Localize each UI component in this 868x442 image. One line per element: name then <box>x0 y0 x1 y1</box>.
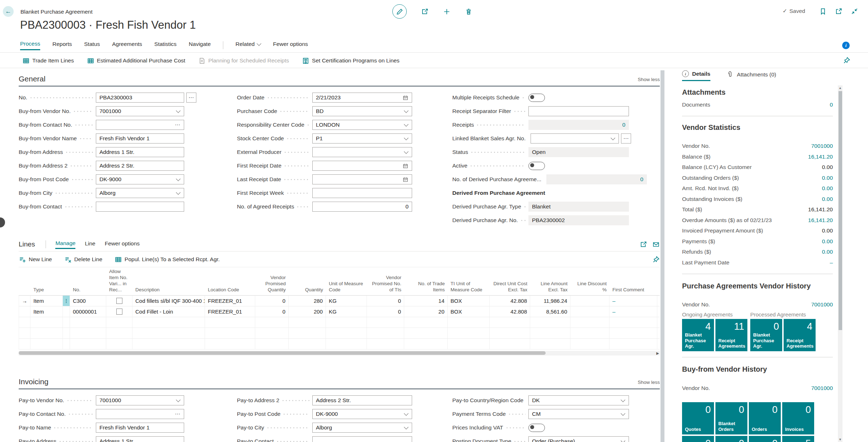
calendar-icon[interactable] <box>400 177 409 183</box>
column-header-type[interactable]: Type <box>31 286 63 295</box>
chevron-down-icon[interactable] <box>621 398 625 402</box>
table-row[interactable]: Item00000001Cod Fillet - LoinFREEZER_010… <box>19 306 660 317</box>
cell-no_of_trade_items[interactable]: 20 <box>404 306 448 317</box>
tile-blanket-purchase-agr[interactable]: 4Blanket Purchase Agr. <box>682 319 714 351</box>
last-receipt-date-input[interactable] <box>312 174 412 184</box>
buy-from-vendor-name-input[interactable]: Fresh Fish Vendor 1 <box>96 133 184 144</box>
buy-from-vendor-no-input[interactable]: 7001000 <box>96 106 184 116</box>
lines-tab-manage[interactable]: Manage <box>55 240 75 249</box>
general-show-less-link[interactable]: Show less <box>638 77 660 83</box>
action-estimated-additional-purchase-cost[interactable]: Estimated Additional Purchase Cost <box>87 57 185 65</box>
cell-location_code[interactable]: FREEZER_01 <box>205 296 255 306</box>
tab-reports[interactable]: Reports <box>52 41 72 50</box>
cell-direct_unit_cost[interactable]: 42.808 <box>490 306 530 317</box>
factbox-tab-details[interactable]: iDetails <box>682 70 710 81</box>
column-header-line-amount-excl-tax[interactable]: Line Amount Excl. Tax <box>530 279 570 295</box>
pay-to-address-input[interactable]: Address 1 Str. <box>96 436 184 442</box>
chevron-down-icon[interactable] <box>611 136 615 140</box>
cell-line_discount[interactable] <box>570 296 610 306</box>
main-scrollbar[interactable] <box>661 70 664 442</box>
cell-ti_uom[interactable]: BOX <box>448 296 490 306</box>
scrollbar-thumb[interactable] <box>839 91 842 330</box>
allow-variance-checkbox[interactable] <box>116 298 122 304</box>
tab-process[interactable]: Process <box>20 41 40 50</box>
multiple-receipts-schedule-toggle[interactable] <box>528 94 545 102</box>
cell-allow_variance[interactable] <box>106 306 132 317</box>
scroll-right-arrow[interactable]: ▶ <box>656 351 659 356</box>
invoicing-show-less-link[interactable]: Show less <box>638 380 660 386</box>
cell-arrow[interactable] <box>19 306 31 317</box>
first-receipt-week-input[interactable] <box>312 188 412 198</box>
pay-to-country-region-code-input[interactable]: DK <box>528 395 629 405</box>
action-planning-for-scheduled-receipts[interactable]: Planning for Scheduled Receipts <box>198 57 289 65</box>
selected-row-arrow-icon[interactable]: → <box>19 296 31 306</box>
column-header-ti-unit-of-measure-code[interactable]: TI Unit of Measure Code <box>448 279 490 295</box>
bookmark-icon-button[interactable] <box>819 8 827 15</box>
cell-no_of_trade_items[interactable]: 14 <box>404 296 448 306</box>
ellipsis-icon[interactable]: ⋯ <box>175 411 181 417</box>
cell-type[interactable]: Item <box>31 306 63 317</box>
chevron-down-icon[interactable] <box>404 411 409 416</box>
assist-edit-button[interactable]: ⋯ <box>186 93 196 103</box>
cell-vendor_promised_tis[interactable]: 0 <box>367 296 404 306</box>
column-header-vendor-promised-quantity[interactable]: Vendor Promised Quantity <box>255 273 289 295</box>
tab-statistics[interactable]: Statistics <box>154 41 177 50</box>
allow-variance-checkbox[interactable] <box>116 309 122 315</box>
cell-vendor_promised_qty[interactable]: 0 <box>255 296 289 306</box>
lines-horizontal-scrollbar[interactable]: ▶ <box>19 351 660 356</box>
chevron-down-icon[interactable] <box>621 438 625 442</box>
cell-allow_variance[interactable] <box>106 296 132 306</box>
sidebar-scrollbar[interactable]: ▲ ▼ <box>838 85 843 442</box>
tile-value[interactable]: 5 <box>782 436 814 442</box>
external-producer-input[interactable] <box>312 147 412 157</box>
scrollbar-thumb[interactable] <box>19 351 546 355</box>
chevron-down-icon[interactable] <box>404 136 409 140</box>
tile-blanket-purchase-agr[interactable]: 0Blanket Purchase Agr. <box>750 319 782 351</box>
chevron-down-icon[interactable] <box>176 108 181 113</box>
scroll-up-arrow[interactable]: ▲ <box>838 86 843 90</box>
lines-action-new-line[interactable]: New Line <box>19 256 52 263</box>
cell-line_discount[interactable] <box>570 306 610 317</box>
column-header-location-code[interactable]: Location Code <box>205 286 255 295</box>
pay-to-contact-no-input[interactable]: ⋯ <box>96 409 184 419</box>
stock-center-code-input[interactable]: P1 <box>312 133 412 144</box>
chevron-down-icon[interactable] <box>404 122 409 127</box>
column-header-vendor-promised-no-of-tis[interactable]: Vendor Promised No. of TIs <box>367 273 404 295</box>
cell-description[interactable]: Cod fillets sl/bl IQF 300-400 1x... <box>132 296 205 306</box>
add-icon-button[interactable] <box>443 8 451 15</box>
tile-receipt-agreements[interactable]: 4Receipt Agreements <box>784 319 816 351</box>
factbox-tab-attachments-0[interactable]: Attachments (0) <box>726 71 776 81</box>
calendar-icon[interactable] <box>400 95 409 101</box>
info-icon[interactable]: i <box>842 42 850 49</box>
column-header-no[interactable]: No. <box>70 286 106 295</box>
purchaser-code-input[interactable]: BD <box>312 106 412 116</box>
empty-table-row[interactable] <box>19 317 660 328</box>
column-header-description[interactable]: Description <box>132 286 205 295</box>
pay-to-post-code-input[interactable]: DK-9000 <box>312 409 412 419</box>
payment-terms-code-input[interactable]: CM <box>528 409 629 419</box>
cell-first_comment[interactable]: – <box>610 306 657 317</box>
no-of-agreed-receipts-input[interactable]: 0 <box>312 202 412 212</box>
pay-to-name-input[interactable]: Fresh Fish Vendor 1 <box>96 423 184 433</box>
tab-navigate[interactable]: Navigate <box>189 41 211 50</box>
scroll-down-arrow[interactable]: ▼ <box>838 438 843 441</box>
cell-location_code[interactable]: FREEZER_01 <box>205 306 255 317</box>
empty-table-row[interactable] <box>19 328 660 339</box>
cell-direct_unit_cost[interactable]: 42.808 <box>490 296 530 306</box>
buy-from-contact-no-input[interactable]: ⋯ <box>96 120 184 130</box>
responsibility-center-code-input[interactable]: LONDON <box>312 120 412 130</box>
chevron-down-icon[interactable] <box>621 411 625 416</box>
cell-line_amount[interactable]: 11,986.24 <box>530 296 570 306</box>
column-header-unit-of-measure-code[interactable]: Unit of Measure Code <box>326 279 367 295</box>
tab-related[interactable]: Related <box>235 41 261 50</box>
pay-to-address-2-input[interactable]: Address 2 Str. <box>312 395 412 405</box>
cell-quantity[interactable]: 200 <box>289 306 326 317</box>
mail-icon-button[interactable] <box>652 241 660 248</box>
tile-value[interactable]: 0 <box>715 436 747 442</box>
lines-tab-line[interactable]: Line <box>85 240 95 248</box>
assist-edit-button[interactable]: ⋯ <box>621 133 631 144</box>
column-header-quantity[interactable]: Quantity <box>289 286 326 295</box>
pin-icon[interactable] <box>652 256 660 263</box>
cell-handle[interactable] <box>63 306 70 317</box>
empty-table-row[interactable] <box>19 339 660 349</box>
